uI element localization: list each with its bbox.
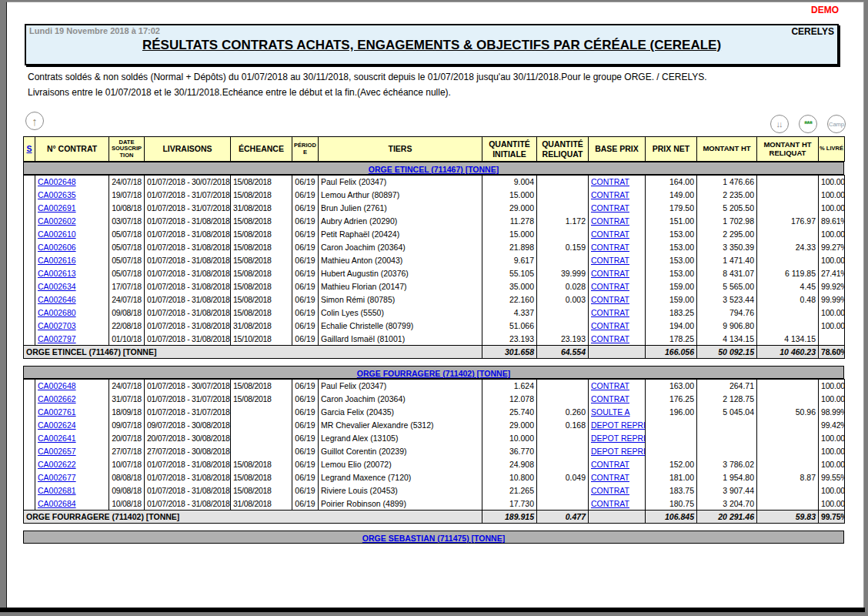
stars-icon[interactable]: *** (799, 115, 817, 133)
base-prix-link[interactable]: CONTRAT (591, 499, 629, 508)
cell-date-souscription: 18/09/18 (109, 406, 145, 419)
cell-montant-ht: 5 565.00 (697, 280, 757, 293)
cell-prix-net: 153.00 (646, 241, 697, 254)
cell-montant-ht-reliquat: 6 119.85 (757, 267, 819, 280)
cell-base-prix: CONTRAT (589, 293, 646, 306)
contract-row: CA00267708/08/1801/07/2018 - 31/08/20181… (24, 471, 845, 484)
contract-link[interactable]: CA002684 (38, 499, 76, 508)
base-prix-link[interactable]: CONTRAT (591, 216, 629, 226)
cell-tiers: Mathieu Anton (20043) (319, 254, 482, 267)
base-prix-link[interactable]: CONTRAT (591, 460, 629, 469)
total-montant-ht-reliquat: 59.83 (757, 511, 819, 524)
contract-link[interactable]: CA002622 (38, 460, 76, 469)
contract-link[interactable]: CA002677 (38, 473, 76, 482)
cell-echeance: 15/08/2018 (231, 176, 292, 189)
base-prix-link[interactable]: CONTRAT (591, 308, 629, 317)
cell-echeance: 31/08/2018 (231, 202, 292, 215)
contract-link[interactable]: CA002703 (38, 321, 76, 330)
contract-link[interactable]: CA002646 (38, 295, 76, 304)
column-header-pct-livre: % LIVRÉ (819, 137, 845, 162)
total-montant-ht: 50 092.15 (697, 346, 757, 359)
contract-link[interactable]: CA002680 (38, 308, 76, 317)
cell-date-souscription: 27/07/18 (109, 445, 145, 458)
section-title-link[interactable]: ORGE FOURRAGERE (711402) [TONNE] (357, 369, 510, 378)
cell-pct-livre: 100.00% (819, 320, 845, 333)
cell-contract: CA002624 (35, 419, 109, 432)
contract-link[interactable]: CA002657 (38, 447, 76, 456)
cell-quantite-initiale: 23.193 (482, 333, 537, 346)
contract-link[interactable]: CA002797 (38, 334, 76, 343)
contract-link[interactable]: CA002613 (38, 269, 76, 278)
cell-periode: 06/19 (292, 471, 319, 484)
section-title-link[interactable]: ORGE SEBASTIAN (711475) [TONNE] (362, 534, 505, 543)
scroll-to-bottom-icon[interactable]: ↓↓ (770, 115, 789, 133)
base-prix-link[interactable]: CONTRAT (591, 229, 629, 239)
cell-base-prix: DEPOT REPRISE (589, 432, 646, 445)
cell-base-prix: DEPOT REPRISE (589, 419, 646, 432)
section-title-link[interactable]: ORGE ETINCEL (711467) [TONNE] (369, 165, 499, 174)
contract-link[interactable]: CA002648 (38, 381, 76, 390)
cell-montant-ht: 794.76 (697, 306, 757, 320)
cell-pct-livre: 100.00% (819, 189, 845, 202)
cell-montant-ht-reliquat: 176.97 (757, 215, 819, 228)
cell-prix-net: 149.00 (646, 189, 697, 202)
base-prix-link[interactable]: CONTRAT (591, 269, 629, 278)
base-prix-link[interactable]: CONTRAT (591, 177, 629, 186)
contract-link[interactable]: CA002635 (38, 190, 76, 199)
cell-montant-ht: 3 350.39 (697, 241, 757, 254)
contract-link[interactable]: CA002641 (38, 434, 76, 443)
cell-montant-ht-reliquat (757, 202, 819, 215)
column-header-base-prix: BASE PRIX (589, 137, 646, 162)
cell-base-prix: CONTRAT (589, 228, 646, 241)
cell-tiers: Hubert Augustin (20376) (319, 267, 482, 280)
total-quantite-reliquat: 64.554 (537, 346, 589, 359)
cell-quantite-initiale: 15.000 (482, 189, 537, 202)
cell-date-souscription: 24/07/18 (109, 176, 145, 189)
base-prix-link[interactable]: DEPOT REPRISE (591, 420, 646, 430)
contract-link[interactable]: CA002681 (38, 486, 76, 495)
base-prix-link[interactable]: CONTRAT (591, 473, 629, 482)
base-prix-link[interactable]: CONTRAT (591, 381, 629, 390)
cell-contract: CA002634 (35, 280, 109, 293)
contract-link[interactable]: CA002610 (38, 229, 76, 239)
base-prix-link[interactable]: CONTRAT (591, 243, 629, 252)
cell-base-prix: CONTRAT (589, 333, 646, 346)
cell-quantite-reliquat: 0.049 (537, 471, 589, 484)
cell-tiers: MR Chevalier Alexandre (5312) (319, 419, 482, 432)
contract-link[interactable]: CA002616 (38, 256, 76, 265)
cell-base-prix: CONTRAT (589, 215, 646, 228)
base-prix-link[interactable]: DEPOT REPRISE (591, 447, 646, 456)
contract-link[interactable]: CA002648 (38, 177, 76, 186)
campaign-icon[interactable]: Camp (827, 115, 846, 133)
contract-link[interactable]: CA002602 (38, 216, 76, 226)
contract-row: CA00260605/07/1801/07/2018 - 31/08/20181… (24, 241, 845, 254)
base-prix-link[interactable]: DEPOT REPRISE (591, 434, 646, 443)
cell-tiers: Legrand Alex (13105) (319, 432, 482, 445)
base-prix-link[interactable]: CONTRAT (591, 295, 629, 304)
base-prix-link[interactable]: CONTRAT (591, 394, 629, 403)
base-prix-link[interactable]: CONTRAT (591, 321, 629, 330)
base-prix-link[interactable]: CONTRAT (591, 282, 629, 291)
base-prix-link[interactable]: CONTRAT (591, 256, 629, 265)
contract-link[interactable]: CA002691 (38, 203, 76, 213)
total-quantite-initiale: 301.658 (482, 346, 537, 359)
base-prix-link[interactable]: CONTRAT (591, 486, 629, 495)
section-band: ORGE SEBASTIAN (711475) [TONNE] (23, 531, 844, 544)
column-header-livraisons: LIVRAISONS (145, 137, 231, 162)
contract-link[interactable]: CA002606 (38, 243, 76, 252)
base-prix-link[interactable]: SOULTE A (591, 407, 630, 417)
cell-quantite-reliquat: 23.193 (537, 333, 589, 346)
contract-link[interactable]: CA002761 (38, 407, 76, 417)
contract-link[interactable]: CA002662 (38, 394, 76, 403)
cell-contract: CA002616 (35, 254, 109, 267)
base-prix-link[interactable]: CONTRAT (591, 190, 629, 199)
base-prix-link[interactable]: CONTRAT (591, 334, 629, 343)
cell-date-souscription: 19/07/18 (109, 189, 145, 202)
contract-link[interactable]: CA002624 (38, 420, 76, 430)
contract-link[interactable]: CA002634 (38, 282, 76, 291)
scroll-to-top-icon[interactable]: ↑ (25, 112, 44, 130)
cell-montant-ht-reliquat: 8.87 (757, 471, 819, 484)
cell-contract: CA002610 (35, 228, 109, 241)
sort-link[interactable]: S (26, 144, 32, 153)
base-prix-link[interactable]: CONTRAT (591, 203, 629, 213)
